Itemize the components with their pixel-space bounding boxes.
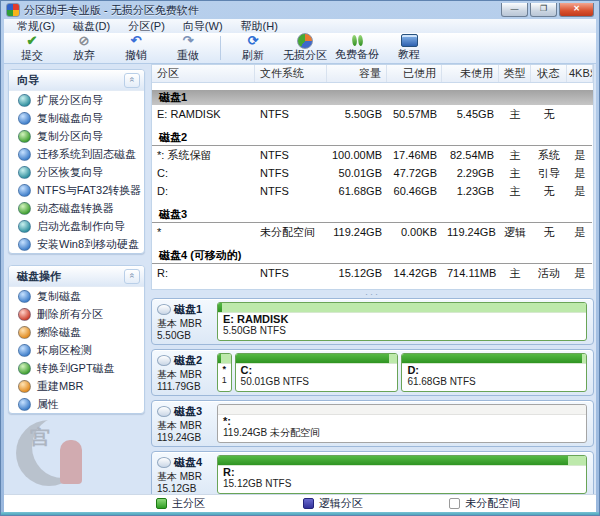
menu-help[interactable]: 帮助(H) xyxy=(232,19,287,33)
minimize-button[interactable]: — xyxy=(501,3,528,17)
splitter-handle[interactable]: ··· xyxy=(151,290,594,298)
disk-icon xyxy=(157,457,171,468)
table-row-e-ramdisk[interactable]: E: RAMDISK NTFS 5.50GB 50.57MB 5.45GB 主 … xyxy=(152,105,593,123)
sidebar-item-bootable-cd-wizard[interactable]: 启动光盘制作向导 xyxy=(9,217,144,235)
undo-button[interactable]: ↶ 撤销 xyxy=(110,34,162,62)
sidebar-item-extend-partition-wizard[interactable]: 扩展分区向导 xyxy=(9,91,144,109)
lossless-partition-button[interactable]: 无损分区 xyxy=(279,34,331,62)
legend-unallocated: 未分配空间 xyxy=(449,496,596,511)
menu-partition[interactable]: 分区(P) xyxy=(119,19,174,33)
commit-check-icon: ✔ xyxy=(27,34,38,48)
col-filesystem[interactable]: 文件系统 xyxy=(255,65,327,82)
tutorial-screen-icon xyxy=(401,34,418,47)
group-header-disk3[interactable]: 磁盘3 xyxy=(152,207,592,223)
group-header-disk2[interactable]: 磁盘2 xyxy=(152,130,592,146)
commit-button[interactable]: ✔ 提交 xyxy=(6,34,58,62)
legend-logical: 逻辑分区 xyxy=(303,496,450,511)
col-capacity[interactable]: 容量 xyxy=(327,65,387,82)
disk1-segment-e[interactable]: E: RAMDISK 5.50GB NTFS xyxy=(217,302,587,341)
disk2-segment-d[interactable]: D: 61.68GB NTFS xyxy=(401,353,587,392)
table-header-row: 分区 文件系统 容量 已使用 未使用 类型 状态 4KB对齐 xyxy=(152,65,593,83)
logical-partition-swatch-icon xyxy=(303,498,314,509)
table-row-unallocated[interactable]: * 未分配空间 119.24GB 0.00KB 119.24GB 逻辑 无 是 xyxy=(152,223,593,241)
refresh-label: 刷新 xyxy=(242,48,264,63)
free-backup-label: 免费备份 xyxy=(335,47,379,62)
sidebar-item-delete-all-partitions[interactable]: 删除所有分区 xyxy=(9,305,144,323)
sidebar-item-rebuild-mbr[interactable]: 重建MBR xyxy=(9,377,144,395)
sidebar-item-migrate-os-to-ssd[interactable]: 迁移系统到固态磁盘 xyxy=(9,145,144,163)
refresh-icon: ⟳ xyxy=(248,34,259,48)
disk-icon xyxy=(157,406,171,417)
sidebar-item-wipe-disk[interactable]: 擦除磁盘 xyxy=(9,323,144,341)
sidebar-item-properties[interactable]: 属性 xyxy=(9,395,144,413)
wizard-panel: 向导 « 扩展分区向导 复制磁盘向导 复制分区向导 迁移系统到固态磁盘 xyxy=(8,69,145,254)
disk2-panel[interactable]: 磁盘2 基本 MBR 111.79GB * 1 xyxy=(151,349,594,396)
redo-button[interactable]: ↷ 重做 xyxy=(162,34,214,62)
sidebar-item-partition-recovery-wizard[interactable]: 分区恢复向导 xyxy=(9,163,144,181)
col-status[interactable]: 状态 xyxy=(531,65,567,82)
dynamic-disk-converter-icon xyxy=(18,202,31,215)
sidebar-item-ntfs-fat32-converter[interactable]: NTFS与FAT32转换器 xyxy=(9,181,144,199)
table-row-d[interactable]: D: NTFS 61.68GB 60.46GB 1.23GB 主 无 是 xyxy=(152,182,593,200)
disk4-panel[interactable]: 磁盘4 基本 MBR 15.12GB R: 15.12GB NTFS xyxy=(151,451,594,498)
copy-partition-wizard-icon xyxy=(18,130,31,143)
table-row-system-reserved[interactable]: *: 系统保留 NTFS 100.00MB 17.46MB 82.54MB 主 … xyxy=(152,146,593,164)
title-bar: 分区助手专业版 - 无损分区免费软件 — ❐ ✕ xyxy=(1,1,599,19)
disk-ops-panel-title: 磁盘操作 xyxy=(17,269,124,284)
maximize-button[interactable]: ❐ xyxy=(530,3,557,17)
col-unused[interactable]: 未使用 xyxy=(442,65,499,82)
discard-button[interactable]: ⊘ 放弃 xyxy=(58,34,110,62)
undo-label: 撤销 xyxy=(125,48,147,63)
menu-wizard[interactable]: 向导(W) xyxy=(174,19,232,33)
redo-label: 重做 xyxy=(177,48,199,63)
disk4-size: 15.12GB xyxy=(157,483,214,494)
disk-ops-collapse-button[interactable]: « xyxy=(124,269,140,284)
discard-icon: ⊘ xyxy=(79,34,90,48)
refresh-button[interactable]: ⟳ 刷新 xyxy=(227,34,279,62)
sidebar-item-copy-disk[interactable]: 复制磁盘 xyxy=(9,287,144,305)
col-type[interactable]: 类型 xyxy=(499,65,531,82)
table-row-c[interactable]: C: NTFS 50.01GB 47.72GB 2.29GB 主 引导 是 xyxy=(152,164,593,182)
disk3-panel[interactable]: 磁盘3 基本 MBR 119.24GB *: 119.24GB 未分配空间 xyxy=(151,400,594,447)
ntfs-fat32-converter-icon xyxy=(18,184,31,197)
group-header-disk4[interactable]: 磁盘4 (可移动的) xyxy=(152,248,592,264)
wipe-disk-icon xyxy=(18,326,31,339)
disk-ops-panel-header: 磁盘操作 « xyxy=(9,266,144,287)
wizard-panel-header: 向导 « xyxy=(9,70,144,91)
close-button[interactable]: ✕ xyxy=(559,3,594,17)
undo-icon: ↶ xyxy=(131,34,142,48)
lossless-partition-label: 无损分区 xyxy=(283,48,327,63)
free-backup-button[interactable]: 免费备份 xyxy=(331,34,383,62)
bootable-cd-wizard-icon xyxy=(18,220,31,233)
disk2-segment-reserved[interactable]: * 1 xyxy=(217,353,232,392)
disk3-segment-unallocated[interactable]: *: 119.24GB 未分配空间 xyxy=(217,404,587,443)
disk2-size: 111.79GB xyxy=(157,381,214,392)
disk-panels: 磁盘1 基本 MBR 5.50GB E: RAMDISK 5.50GB NTFS xyxy=(151,298,594,492)
copy-disk-icon xyxy=(18,290,31,303)
disk-icon xyxy=(157,304,171,315)
disk1-panel[interactable]: 磁盘1 基本 MBR 5.50GB E: RAMDISK 5.50GB NTFS xyxy=(151,298,594,345)
sidebar-item-win8-to-usb[interactable]: 安装Win8到移动硬盘 xyxy=(9,235,144,253)
sidebar-item-bad-sector-test[interactable]: 坏扇区检测 xyxy=(9,341,144,359)
properties-icon xyxy=(18,398,31,411)
sidebar-item-dynamic-disk-converter[interactable]: 动态磁盘转换器 xyxy=(9,199,144,217)
col-4k-aligned[interactable]: 4KB对齐 xyxy=(567,65,593,82)
table-row-r[interactable]: R: NTFS 15.12GB 14.42GB 714.11MB 主 活动 是 xyxy=(152,264,593,282)
tutorial-button[interactable]: 教程 xyxy=(383,34,435,62)
extend-partition-wizard-icon xyxy=(18,94,31,107)
sidebar-item-copy-disk-wizard[interactable]: 复制磁盘向导 xyxy=(9,109,144,127)
window-title: 分区助手专业版 - 无损分区免费软件 xyxy=(24,3,199,18)
col-partition[interactable]: 分区 xyxy=(152,65,255,82)
col-used[interactable]: 已使用 xyxy=(387,65,442,82)
group-header-disk1[interactable]: 磁盘1 xyxy=(152,90,593,105)
disk4-segment-r[interactable]: R: 15.12GB NTFS xyxy=(217,455,587,494)
commit-label: 提交 xyxy=(21,48,43,63)
menu-general[interactable]: 常规(G) xyxy=(8,19,64,33)
menu-disk[interactable]: 磁盘(D) xyxy=(64,19,119,33)
primary-partition-swatch-icon xyxy=(156,498,167,509)
sidebar-item-copy-partition-wizard[interactable]: 复制分区向导 xyxy=(9,127,144,145)
wizard-collapse-button[interactable]: « xyxy=(124,73,140,88)
sidebar-item-convert-to-gpt[interactable]: 转换到GPT磁盘 xyxy=(9,359,144,377)
redo-icon: ↷ xyxy=(183,34,194,48)
disk2-segment-c[interactable]: C: 50.01GB NTFS xyxy=(235,353,399,392)
